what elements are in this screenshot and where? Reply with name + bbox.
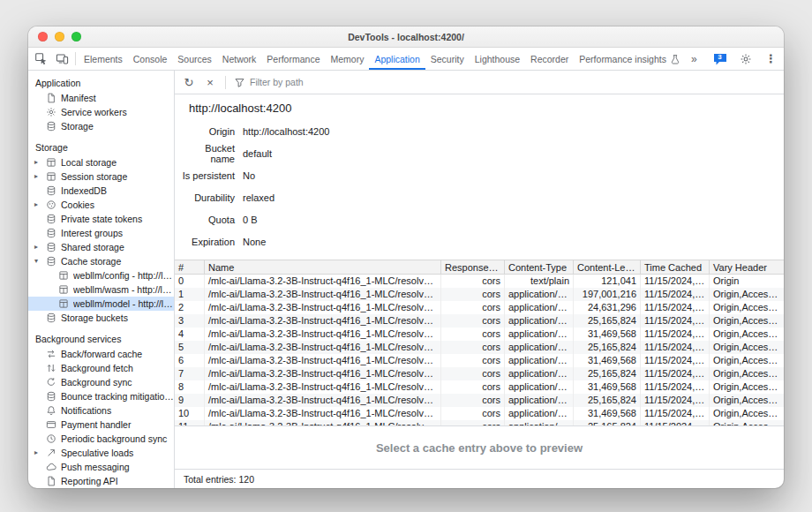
sidebar-item-periodic-background-sync[interactable]: Periodic background sync (28, 432, 174, 446)
funnel-icon (232, 72, 246, 92)
chat-bubble-icon[interactable]: 3 (713, 53, 728, 65)
gear-icon[interactable] (735, 49, 756, 69)
collapsed-triangle-icon[interactable]: ▸ (34, 155, 43, 169)
clear-icon[interactable]: × (201, 73, 219, 91)
tab-sources[interactable]: Sources (172, 48, 217, 70)
table-row[interactable]: 1 /mlc-ai/Llama-3.2-3B-Instruct-q4f16_1-… (175, 288, 784, 301)
table-row[interactable]: 0 /mlc-ai/Llama-3.2-3B-Instruct-q4f16_1-… (175, 275, 784, 288)
sidebar-item-label: Back/forward cache (61, 349, 174, 359)
tab-network[interactable]: Network (217, 48, 262, 70)
column-header-content-length[interactable]: Content-Length (574, 260, 641, 274)
table-row[interactable]: 4 /mlc-ai/Llama-3.2-3B-Instruct-q4f16_1-… (175, 328, 784, 341)
table-row[interactable]: 10 /mlc-ai/Llama-3.2-3B-Instruct-q4f16_1… (175, 407, 784, 420)
metadata-value: 0 B (243, 215, 258, 225)
tab-performance[interactable]: Performance (261, 48, 325, 70)
column-header-response-type[interactable]: Response-Type (441, 260, 505, 274)
tab-recorder[interactable]: Recorder (525, 48, 574, 70)
tab-elements[interactable]: Elements (79, 48, 128, 70)
tab-security[interactable]: Security (425, 48, 470, 70)
cell-number: 0 (175, 275, 205, 288)
tab-console[interactable]: Console (128, 48, 173, 70)
collapsed-triangle-icon[interactable]: ▸ (34, 240, 43, 254)
tab-label: Lighthouse (475, 54, 520, 64)
refresh-icon[interactable]: ↻ (180, 73, 198, 91)
sidebar-item-shared-storage[interactable]: ▸Shared storage (28, 240, 174, 254)
sidebar-item-storage[interactable]: Storage (28, 119, 174, 133)
collapsed-triangle-icon[interactable]: ▸ (34, 169, 43, 184)
table-row[interactable]: 7 /mlc-ai/Llama-3.2-3B-Instruct-q4f16_1-… (175, 367, 784, 380)
tab-lighthouse[interactable]: Lighthouse (470, 48, 525, 70)
sidebar-item-back-forward-cache[interactable]: Back/forward cache (28, 347, 174, 361)
sidebar-item-local-storage[interactable]: ▸Local storage (28, 155, 174, 169)
tab-memory[interactable]: Memory (325, 48, 369, 70)
sidebar-item-cache-webllm-config[interactable]: webllm/config - http://loc… (28, 268, 174, 282)
sidebar-item-indexeddb[interactable]: IndexedDB (28, 184, 174, 198)
sidebar-item-interest-groups[interactable]: Interest groups (28, 226, 174, 240)
tab-performance-insights[interactable]: Performance insights (574, 48, 686, 70)
column-header-time-cached[interactable]: Time Cached (641, 260, 710, 274)
cell-time-cached: 11/15/2024, 10… (641, 275, 710, 288)
table-row[interactable]: 8 /mlc-ai/Llama-3.2-3B-Instruct-q4f16_1-… (175, 380, 784, 394)
cell-content-length: 197,001,216 (574, 288, 641, 301)
cell-content-type: application/oc… (505, 394, 574, 407)
inspect-cursor-icon[interactable] (30, 49, 51, 69)
table-icon (58, 270, 69, 281)
close-button[interactable] (38, 32, 48, 41)
cell-response-type: cors (441, 314, 505, 328)
sidebar-item-label: Interest groups (61, 228, 174, 238)
table-row[interactable]: 3 /mlc-ai/Llama-3.2-3B-Instruct-q4f16_1-… (175, 314, 784, 328)
tab-application[interactable]: Application (369, 48, 425, 70)
expanded-triangle-icon[interactable]: ▾ (34, 254, 43, 268)
table-row[interactable]: 2 /mlc-ai/Llama-3.2-3B-Instruct-q4f16_1-… (175, 301, 784, 314)
sidebar-item-payment-handler[interactable]: Payment handler (28, 418, 174, 432)
sidebar-item-cookies[interactable]: ▸Cookies (28, 198, 174, 212)
sidebar-item-label: Background sync (61, 377, 174, 388)
column-header-vary-header[interactable]: Vary Header (710, 260, 784, 274)
column-header-name[interactable]: Name (205, 260, 441, 274)
sidebar-item-service-workers[interactable]: Service workers (28, 105, 174, 119)
column-header-number[interactable]: # (175, 260, 205, 274)
metadata-value: default (243, 148, 272, 159)
table-row[interactable]: 6 /mlc-ai/Llama-3.2-3B-Instruct-q4f16_1-… (175, 354, 784, 367)
section-title-background-services: Background services (28, 332, 174, 347)
zoom-button[interactable] (71, 32, 81, 41)
filter-by-path-input[interactable] (250, 77, 391, 87)
cell-response-type: cors (441, 354, 505, 367)
device-toolbar-icon[interactable] (51, 49, 72, 69)
cell-vary-header: Origin,Access… (710, 407, 784, 420)
collapsed-triangle-icon[interactable]: ▸ (34, 198, 43, 212)
sidebar-item-cache-storage[interactable]: ▾Cache storage (28, 254, 174, 268)
cell-number: 5 (175, 341, 205, 354)
collapsed-triangle-icon[interactable]: ▸ (34, 446, 43, 460)
window-title: DevTools - localhost:4200/ (28, 32, 784, 42)
sidebar-item-reporting-api[interactable]: Reporting API (28, 474, 174, 488)
sidebar-item-speculative-loads[interactable]: ▸Speculative loads (28, 446, 174, 460)
diagonal-arrow-icon (46, 448, 56, 458)
database-icon (46, 214, 56, 224)
kebab-menu-icon[interactable]: ⋮ (763, 52, 778, 65)
cell-response-type: cors (441, 301, 505, 314)
cell-content-length: 31,469,568 (574, 380, 641, 394)
table-row[interactable]: 5 /mlc-ai/Llama-3.2-3B-Instruct-q4f16_1-… (175, 341, 784, 354)
sidebar-item-label: Background fetch (61, 363, 174, 373)
minimize-button[interactable] (55, 32, 64, 41)
table-row[interactable]: 9 /mlc-ai/Llama-3.2-3B-Instruct-q4f16_1-… (175, 394, 784, 407)
sidebar-item-label: IndexedDB (61, 185, 174, 196)
sidebar-item-cache-webllm-model[interactable]: webllm/model - http://loc… (28, 297, 174, 311)
sidebar-item-session-storage[interactable]: ▸Session storage (28, 169, 174, 184)
more-tabs-icon[interactable]: » (686, 53, 703, 65)
sidebar-item-push-messaging[interactable]: Push messaging (28, 460, 174, 474)
cell-time-cached: 11/15/2024, 10… (641, 341, 710, 354)
sidebar-item-private-state-tokens[interactable]: Private state tokens (28, 212, 174, 226)
sidebar-item-background-sync[interactable]: Background sync (28, 375, 174, 389)
column-header-content-type[interactable]: Content-Type (505, 260, 574, 274)
sidebar-item-cache-webllm-wasm[interactable]: webllm/wasm - http://loca… (28, 282, 174, 297)
sidebar-item-bounce-tracking-mitigations[interactable]: Bounce tracking mitigations (28, 389, 174, 403)
sidebar-item-notifications[interactable]: Notifications (28, 403, 174, 418)
cell-content-type: application/oc… (505, 288, 574, 301)
sidebar-item-storage-buckets[interactable]: Storage buckets (28, 311, 174, 325)
sidebar-item-manifest[interactable]: Manifest (28, 91, 174, 105)
sidebar-item-background-fetch[interactable]: Background fetch (28, 361, 174, 375)
sidebar-item-label: webllm/config - http://loc… (73, 270, 174, 281)
sidebar-item-label: Manifest (61, 93, 174, 103)
